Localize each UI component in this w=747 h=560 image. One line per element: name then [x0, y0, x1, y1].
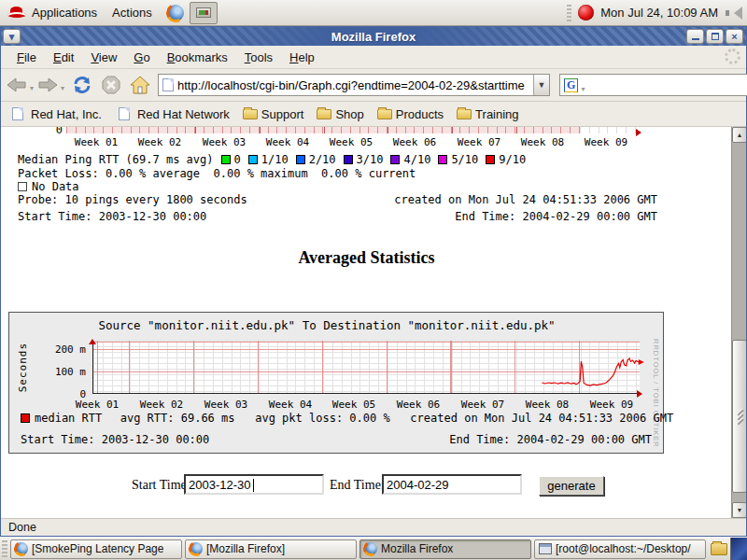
created-timestamp: created on Mon Jul 24 04:51:33 2006 GMT — [394, 193, 657, 206]
avg-graph-title: Source "monitor.niit.edu.pk" To Destinat… — [9, 318, 644, 332]
task-smokeping[interactable]: [SmokePing Latency Page — [10, 539, 182, 559]
taskbar: [SmokePing Latency Page [Mozilla Firefox… — [0, 537, 747, 560]
start-time-label: Start Time: — [132, 478, 190, 493]
terminal-icon — [539, 543, 552, 554]
panel-applet-handle[interactable] — [567, 5, 571, 21]
home-icon — [130, 76, 150, 94]
firefox-launcher-icon[interactable] — [167, 5, 184, 21]
median-rtt-label: Median Ping RTT (69.7 ms avg) — [18, 153, 214, 166]
menu-file[interactable]: File — [8, 48, 45, 67]
menu-go[interactable]: Go — [125, 48, 158, 67]
no-data-row: No Data — [18, 180, 79, 193]
loss-swatch-3-10 — [344, 155, 353, 164]
scroll-up-button[interactable]: ▲ — [732, 127, 746, 143]
loss-swatch-5-10 — [438, 155, 447, 164]
applications-menu[interactable]: Applications — [0, 0, 105, 25]
forward-dropdown-icon[interactable]: ▾ — [61, 84, 64, 92]
panel-clock[interactable]: Mon Jul 24, 10:09 AM — [600, 6, 718, 20]
top-graph-ytick-0: 0 — [46, 127, 63, 136]
status-text: Done — [8, 521, 36, 534]
back-button[interactable] — [7, 77, 27, 93]
avg-graph-stats: avg RTT: 69.66 ms avg pkt loss: 0.00 % c… — [106, 412, 673, 425]
menu-help[interactable]: Help — [281, 48, 323, 67]
taskbar-handle[interactable] — [2, 540, 7, 558]
network-alert-icon[interactable] — [578, 5, 594, 21]
search-input[interactable] — [586, 76, 747, 94]
firefox-window: ▾ Mozilla Firefox × File Edit View Go Bo… — [0, 26, 747, 537]
url-bar: ▼ — [158, 74, 550, 96]
no-data-swatch — [18, 182, 27, 191]
bookmark-redhat-inc[interactable]: Red Hat, Inc. — [8, 107, 102, 121]
actions-menu-label: Actions — [112, 6, 152, 20]
bookmark-products[interactable]: Products — [377, 107, 444, 121]
actions-menu[interactable]: Actions — [105, 0, 160, 25]
task-mozilla-firefox-2[interactable]: [Mozilla Firefox] — [185, 539, 357, 559]
generate-button[interactable]: generate — [539, 476, 604, 496]
start-time-text: Start Time: 2003-12-30 00:00 — [18, 210, 206, 223]
reload-button[interactable] — [72, 76, 92, 94]
task-terminal[interactable]: [root@localhost:~/Desktop/ — [534, 539, 706, 559]
top-graph-xaxis-arrow-icon — [636, 129, 645, 136]
reload-icon — [72, 76, 92, 94]
top-graph-nodata-area — [66, 127, 580, 133]
scrollbar-thumb[interactable] — [732, 340, 746, 493]
avg-graph-ylabel: Seconds — [17, 343, 29, 392]
avg-graph-week-labels: Week 01 Week 02 Week 03 Week 04 Week 05 … — [9, 399, 663, 411]
navigation-toolbar: ▾ ▾ ▼ G ▾ — [1, 69, 746, 102]
menu-edit[interactable]: Edit — [45, 48, 82, 67]
workspace-switcher[interactable] — [730, 538, 747, 560]
folder-icon — [377, 109, 392, 119]
bookmark-redhat-network[interactable]: Red Hat Network — [115, 107, 230, 121]
volume-icon[interactable] — [725, 7, 740, 20]
google-icon: G — [564, 78, 578, 92]
window-titlebar[interactable]: ▾ Mozilla Firefox × — [1, 27, 746, 46]
loss-swatch-2-10 — [296, 155, 305, 164]
probe-info: Probe: 10 pings every 1800 seconds — [18, 193, 247, 206]
tool-launcher-button[interactable] — [190, 2, 218, 24]
throbber-icon — [725, 49, 740, 64]
loss-swatch-0 — [221, 155, 231, 164]
file-manager-icon[interactable] — [711, 543, 727, 555]
desktop-top-panel: Applications Actions Mon Jul 24, 10:09 A… — [0, 0, 747, 26]
end-time-input[interactable] — [382, 474, 522, 495]
menu-tools[interactable]: Tools — [236, 48, 281, 67]
stop-button[interactable] — [102, 76, 120, 94]
page-heading: Averaged Statistics — [1, 248, 732, 268]
bookmark-shop[interactable]: Shop — [317, 107, 363, 121]
bookmark-training[interactable]: Training — [457, 107, 518, 121]
start-time-input[interactable] — [184, 474, 324, 495]
print-tool-icon — [196, 7, 211, 18]
folder-icon — [317, 109, 331, 119]
avg-start-time: Start Time: 2003-12-30 00:00 — [21, 433, 209, 446]
rrdtool-watermark: RRDTOOL / TOBI OETIKER — [652, 339, 660, 448]
redhat-logo-icon — [7, 7, 26, 20]
search-engine-dropdown-icon[interactable]: ▾ — [581, 85, 585, 93]
task-mozilla-firefox-active[interactable]: Mozilla Firefox — [359, 539, 531, 559]
browser-menubar: File Edit View Go Bookmarks Tools Help — [1, 46, 746, 69]
firefox-icon — [15, 542, 28, 555]
vertical-scrollbar[interactable]: ▲ ▼ — [731, 127, 746, 518]
top-graph-grid-area — [580, 127, 640, 133]
menu-view[interactable]: View — [82, 48, 125, 67]
packet-loss-row: Packet Loss: 0.00 % average 0.00 % maxim… — [18, 167, 416, 180]
top-graph-axis — [66, 127, 640, 133]
avg-graph-panel: Source "monitor.niit.edu.pk" To Destinat… — [8, 312, 664, 454]
avg-graph-plot-area — [92, 341, 640, 394]
status-bar: Done — [1, 518, 746, 536]
firefox-icon — [364, 542, 377, 555]
back-arrow-icon — [7, 77, 27, 93]
forward-button[interactable] — [37, 77, 58, 93]
menu-bookmarks[interactable]: Bookmarks — [159, 48, 236, 67]
time-range-form: Start Time: End Time: generate — [1, 474, 732, 498]
url-dropdown-button[interactable]: ▼ — [533, 75, 549, 95]
url-input[interactable] — [177, 76, 533, 94]
back-dropdown-icon[interactable]: ▾ — [30, 84, 34, 92]
scroll-down-button[interactable]: ▼ — [732, 502, 746, 518]
forward-arrow-icon — [37, 77, 58, 93]
bookmark-support[interactable]: Support — [243, 107, 304, 121]
home-button[interactable] — [130, 76, 150, 94]
top-graph-week-labels: Week 01 Week 02 Week 03 Week 04 Week 05 … — [1, 136, 655, 149]
site-page-icon — [162, 78, 174, 91]
loss-swatch-1-10 — [248, 155, 258, 164]
median-rtt-legend-row: Median Ping RTT (69.7 ms avg) 0 1/10 2/1… — [18, 153, 526, 166]
